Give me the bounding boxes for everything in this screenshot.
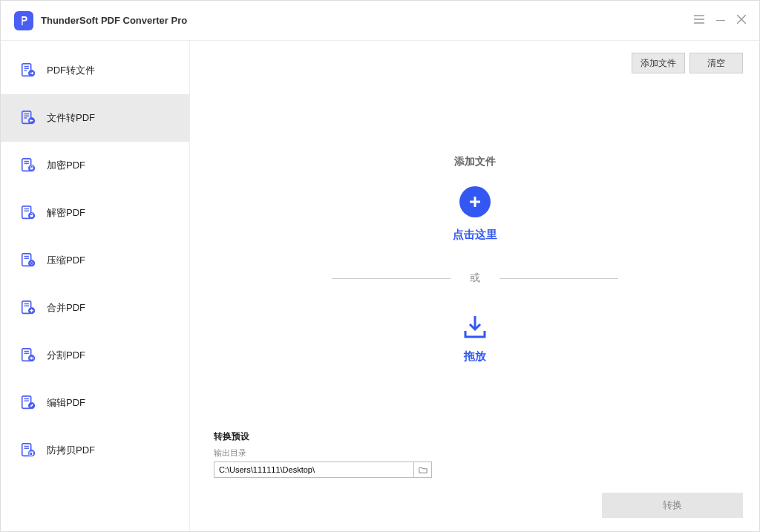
close-button[interactable]: [737, 15, 746, 26]
add-file-button[interactable]: 添加文件: [632, 53, 685, 73]
divider-or-label: 或: [470, 272, 480, 285]
divider: 或: [332, 272, 618, 285]
output-path-input[interactable]: [214, 462, 414, 478]
sidebar-item-edit-pdf[interactable]: 编辑PDF: [1, 379, 189, 427]
sidebar-item-label: 压缩PDF: [47, 254, 85, 267]
sidebar-item-label: 文件转PDF: [47, 111, 95, 125]
toolbar: 添加文件 清空: [190, 41, 759, 73]
sidebar-item-compress-pdf[interactable]: 压缩PDF: [1, 237, 189, 284]
add-file-plus-button[interactable]: [459, 186, 491, 217]
bottom-panel: 转换预设 输出目录 转换: [190, 430, 759, 532]
sidebar: PDF转文件 文件转PDF 加密PDF 解密PDF 压缩PDF: [1, 41, 190, 532]
svg-rect-51: [30, 453, 33, 456]
sidebar-item-encrypt-pdf[interactable]: 加密PDF: [1, 142, 189, 189]
document-shield-icon: [20, 442, 36, 459]
document-import-icon: [20, 110, 36, 126]
sidebar-item-label: 解密PDF: [47, 206, 85, 220]
output-dir-label: 输出目录: [214, 447, 743, 459]
sidebar-item-split-pdf[interactable]: 分割PDF: [1, 332, 189, 379]
document-edit-icon: [20, 395, 36, 411]
click-here-label[interactable]: 点击这里: [453, 228, 497, 242]
document-export-icon: [20, 62, 36, 79]
svg-rect-19: [30, 168, 33, 170]
sidebar-item-label: 加密PDF: [47, 159, 85, 172]
sidebar-item-label: 分割PDF: [47, 349, 85, 362]
sidebar-item-label: PDF转文件: [47, 64, 95, 77]
sidebar-item-file-to-pdf[interactable]: 文件转PDF: [1, 94, 189, 142]
titlebar: ThunderSoft PDF Converter Pro: [1, 1, 759, 41]
document-merge-icon: [20, 300, 36, 316]
sidebar-item-label: 编辑PDF: [47, 396, 85, 410]
add-file-title: 添加文件: [454, 155, 496, 168]
divider-line-right: [499, 278, 618, 279]
sidebar-item-anticopy-pdf[interactable]: 防拷贝PDF: [1, 427, 189, 474]
preset-title: 转换预设: [214, 430, 743, 443]
app-title: ThunderSoft PDF Converter Pro: [41, 15, 187, 26]
drop-arrow-icon: [461, 315, 489, 341]
drop-area[interactable]: 添加文件 点击这里 或 拖放: [190, 73, 759, 430]
main-panel: 添加文件 清空 添加文件 点击这里 或 拖放 转换预设 输出目录: [190, 41, 759, 532]
window-controls: [694, 15, 746, 26]
svg-point-28: [28, 260, 35, 266]
sidebar-item-decrypt-pdf[interactable]: 解密PDF: [1, 189, 189, 237]
sidebar-item-merge-pdf[interactable]: 合并PDF: [1, 284, 189, 332]
document-compress-icon: [20, 252, 36, 269]
sidebar-item-label: 合并PDF: [47, 301, 85, 315]
convert-button[interactable]: 转换: [602, 493, 743, 518]
document-split-icon: [20, 347, 36, 364]
clear-button[interactable]: 清空: [689, 53, 743, 73]
divider-line-left: [332, 278, 451, 279]
sidebar-item-label: 防拷贝PDF: [47, 444, 95, 457]
svg-rect-24: [30, 215, 33, 217]
menu-icon[interactable]: [694, 15, 704, 26]
drop-label: 拖放: [464, 349, 486, 364]
browse-folder-button[interactable]: [414, 462, 432, 478]
app-logo-icon: [14, 11, 33, 30]
sidebar-item-pdf-to-file[interactable]: PDF转文件: [1, 47, 189, 94]
minimize-button[interactable]: [716, 20, 725, 22]
document-unlock-icon: [20, 205, 36, 221]
document-lock-icon: [20, 157, 36, 174]
